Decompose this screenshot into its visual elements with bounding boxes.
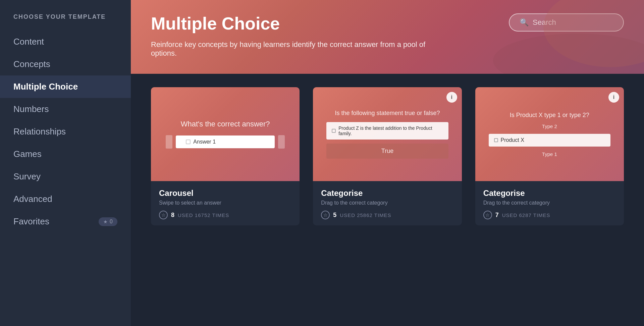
categorise-preview-content: Is the following statement true or false… xyxy=(326,110,448,159)
sidebar-item-advanced[interactable]: Advanced xyxy=(0,188,131,210)
cat-question: Is the following statement true or false… xyxy=(335,110,440,117)
card-subtitle: Drag to the correct category xyxy=(483,200,616,206)
sidebar-item-concepts[interactable]: Concepts xyxy=(0,53,131,75)
main-header: Multiple Choice Reinforce key concepts b… xyxy=(131,0,644,74)
card-subtitle: Swipe to select an answer xyxy=(159,200,291,206)
card-preview-categorise1: i Is the following statement true or fal… xyxy=(313,87,462,181)
info-button[interactable]: i xyxy=(446,92,457,103)
rating-number: 5 xyxy=(333,212,336,219)
search-input[interactable] xyxy=(533,18,613,27)
sidebar-item-label: Concepts xyxy=(13,59,50,69)
rating-number: 8 xyxy=(171,212,174,219)
carousel-next-btn xyxy=(278,135,285,149)
cat-card-icon xyxy=(332,129,336,133)
card-title: Categorise xyxy=(483,188,616,198)
star-rating-icon: ☆ xyxy=(159,211,168,219)
favorites-count: 0 xyxy=(110,219,113,225)
card-info-categorise2: Categorise Drag to the correct category … xyxy=(475,181,624,225)
page-title: Multiple Choice xyxy=(151,13,453,34)
sidebar-item-multiple-choice[interactable]: Multiple Choice xyxy=(0,75,131,98)
card-info-categorise1: Categorise Drag to the correct category … xyxy=(313,181,462,225)
sidebar-item-games[interactable]: Games xyxy=(0,143,131,165)
search-icon: 🔍 xyxy=(520,18,529,27)
sidebar-item-label: Numbers xyxy=(13,104,49,114)
used-times: USED 6287 TIMES xyxy=(502,212,550,218)
search-box[interactable]: 🔍 xyxy=(509,13,624,32)
card-title: Categorise xyxy=(321,188,453,198)
card-meta: ☆ 5 USED 25862 TIMES xyxy=(321,211,453,219)
star-filled-icon: ★ xyxy=(103,219,108,224)
sidebar-item-label: Favorites xyxy=(13,216,49,227)
sidebar-item-label: Games xyxy=(13,149,42,159)
sidebar-item-relationships[interactable]: Relationships xyxy=(0,120,131,143)
sidebar-item-survey[interactable]: Survey xyxy=(0,165,131,188)
cat-true-button: True xyxy=(326,144,448,159)
sidebar-item-label: Multiple Choice xyxy=(13,82,78,92)
used-times: USED 25862 TIMES xyxy=(340,212,391,218)
card-preview-categorise2: i Is Product X type 1 or type 2? Type 2 … xyxy=(475,87,624,181)
star-rating-icon: ☆ xyxy=(483,211,492,219)
carousel-answer-btn: Answer 1 xyxy=(176,135,275,148)
template-card-categorise-2[interactable]: i Is Product X type 1 or type 2? Type 2 … xyxy=(475,87,624,225)
cat2-question: Is Product X type 1 or type 2? xyxy=(510,112,589,119)
sidebar-item-label: Advanced xyxy=(13,194,52,204)
template-card-categorise-1[interactable]: i Is the following statement true or fal… xyxy=(313,87,462,225)
page-description: Reinforce key concepts by having learner… xyxy=(151,40,453,58)
carousel-radio xyxy=(186,140,191,144)
sidebar-header: CHOOSE YOUR TEMPLATE xyxy=(0,13,131,31)
main-content: Multiple Choice Reinforce key concepts b… xyxy=(131,0,644,326)
carousel-preview-content: What's the correct answer? Answer 1 xyxy=(166,120,285,149)
sidebar-item-label: Survey xyxy=(13,171,41,182)
sidebar-item-content[interactable]: Content xyxy=(0,31,131,53)
cat2-type1-label: Type 1 xyxy=(489,151,611,157)
carousel-answer-row: Answer 1 xyxy=(166,135,285,149)
sidebar-item-numbers[interactable]: Numbers xyxy=(0,98,131,120)
rating-number: 7 xyxy=(495,212,499,219)
categorise2-preview-content: Is Product X type 1 or type 2? Type 2 Pr… xyxy=(489,112,611,157)
info-button[interactable]: i xyxy=(608,92,619,103)
template-card-carousel[interactable]: What's the correct answer? Answer 1 xyxy=(151,87,300,225)
sidebar-item-favorites[interactable]: Favorites ★ 0 xyxy=(0,210,131,233)
carousel-question: What's the correct answer? xyxy=(181,120,270,128)
card-meta: ☆ 7 USED 6287 TIMES xyxy=(483,211,616,219)
used-times: USED 16752 TIMES xyxy=(178,212,229,218)
sidebar-item-label: Relationships xyxy=(13,126,66,137)
sidebar-item-label: Content xyxy=(13,37,44,47)
header-text-group: Multiple Choice Reinforce key concepts b… xyxy=(151,13,453,58)
carousel-prev-btn xyxy=(166,135,172,149)
favorites-badge: ★ 0 xyxy=(99,217,117,226)
card-grid: What's the correct answer? Answer 1 xyxy=(151,87,624,225)
card-title: Carousel xyxy=(159,188,291,198)
sidebar: CHOOSE YOUR TEMPLATE Content Concepts Mu… xyxy=(0,0,131,326)
card-meta: ☆ 8 USED 16752 TIMES xyxy=(159,211,291,219)
cat-statement-card: Product Z is the latest addition to the … xyxy=(326,122,448,140)
cat2-card-icon xyxy=(494,138,498,142)
template-grid-area: What's the correct answer? Answer 1 xyxy=(131,74,644,326)
card-subtitle: Drag to the correct category xyxy=(321,200,453,206)
card-preview-carousel: What's the correct answer? Answer 1 xyxy=(151,87,300,181)
cat2-product-btn: Product X xyxy=(489,134,611,147)
star-rating-icon: ☆ xyxy=(321,211,330,219)
cat2-type2-label: Type 2 xyxy=(489,123,611,129)
card-info-carousel: Carousel Swipe to select an answer ☆ 8 U… xyxy=(151,181,300,225)
